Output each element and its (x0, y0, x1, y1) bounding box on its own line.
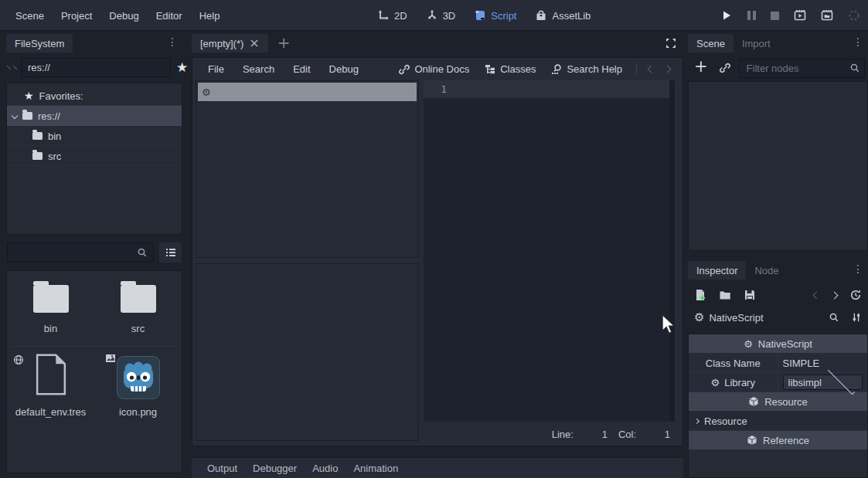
class-name-value[interactable]: SIMPLE (778, 354, 868, 372)
tab-scene-label: Scene (696, 38, 725, 49)
tab-node[interactable]: Node (746, 261, 787, 280)
tab-debugger[interactable]: Debugger (245, 463, 305, 474)
file-item-default-env-label: default_env.tres (14, 405, 88, 420)
filter-nodes-input[interactable] (739, 59, 865, 78)
play-scene-button[interactable] (794, 9, 806, 22)
workspace-assetlib[interactable]: AssetLib (535, 9, 591, 22)
resource-expand-row[interactable]: Resource (689, 412, 867, 431)
online-docs-label: Online Docs (414, 63, 469, 75)
resource-file-icon (35, 353, 67, 396)
filesystem-menu-icon[interactable]: ⋮ (167, 36, 178, 47)
icon-png-thumbnail (117, 356, 160, 399)
search-help-label: Search Help (567, 63, 622, 75)
file-list-view-toggle[interactable] (159, 242, 182, 263)
search-properties-icon[interactable] (829, 312, 839, 323)
file-item-src[interactable]: src (94, 279, 182, 337)
play-custom-scene-button[interactable] (821, 9, 833, 22)
workspace-2d-label: 2D (394, 10, 407, 22)
fullscreen-icon[interactable] (665, 37, 677, 49)
library-dropdown-value: libsimple. (788, 377, 822, 388)
property-tools-icon[interactable] (851, 312, 862, 323)
workspace-2d[interactable]: 2D (377, 9, 407, 22)
menu-project[interactable]: Project (53, 10, 100, 22)
file-search-input[interactable] (7, 242, 154, 263)
pause-button[interactable] (747, 11, 756, 20)
folder-icon (32, 132, 43, 140)
tab-output[interactable]: Output (199, 463, 245, 474)
save-resource-button[interactable] (744, 289, 756, 301)
tab-scene[interactable]: Scene (688, 34, 734, 53)
search-help-button[interactable]: Search Help (546, 63, 626, 76)
inspector-back-icon[interactable] (813, 291, 821, 299)
tab-node-label: Node (754, 265, 778, 276)
script-menu-file[interactable]: File (200, 63, 232, 75)
code-status-bar: Line: 1 Col: 1 (424, 422, 679, 447)
menu-help[interactable]: Help (191, 10, 229, 22)
folder-icon (22, 112, 32, 120)
scene-menu-icon[interactable]: ⋮ (853, 36, 863, 47)
script-menu-edit[interactable]: Edit (285, 63, 318, 75)
inspector-forward-icon[interactable] (831, 291, 839, 299)
menu-scene[interactable]: Scene (7, 10, 53, 22)
file-item-default-env[interactable]: default_env.tres (7, 353, 94, 420)
inspector-menu-icon[interactable]: ⋮ (853, 263, 863, 274)
classes-button[interactable]: Classes (480, 63, 540, 76)
script-tab-empty[interactable]: [empty](*) × (192, 34, 268, 53)
tab-filesystem[interactable]: FileSystem (6, 34, 73, 53)
history-back-icon[interactable] (7, 65, 12, 69)
tree-item-res[interactable]: res:// (7, 106, 182, 126)
tab-import[interactable]: Import (734, 34, 779, 53)
tab-filesystem-label: FileSystem (15, 38, 64, 49)
path-input[interactable] (21, 58, 171, 77)
file-item-bin[interactable]: bin (7, 279, 94, 337)
mouse-cursor (661, 314, 676, 335)
online-docs-button[interactable]: Online Docs (394, 63, 473, 76)
menu-debug[interactable]: Debug (100, 10, 147, 22)
tab-animation[interactable]: Animation (345, 463, 406, 474)
load-resource-button[interactable] (719, 289, 731, 301)
category-reference[interactable]: Reference (689, 431, 867, 449)
favorites-label: Favorites: (39, 90, 83, 102)
play-button[interactable] (720, 9, 733, 22)
tree-item-src[interactable]: src (7, 146, 182, 166)
tree-item-bin[interactable]: bin (7, 126, 182, 146)
workspace-3d[interactable]: 3D (426, 9, 456, 22)
category-resource[interactable]: Resource (689, 392, 867, 411)
script-menu-search[interactable]: Search (235, 63, 282, 75)
tab-audio[interactable]: Audio (305, 463, 345, 474)
close-tab-icon[interactable]: × (249, 37, 259, 49)
list-view-icon (165, 246, 177, 259)
workspace-assetlib-label: AssetLib (552, 10, 591, 22)
script-list-item[interactable]: ⚙ (198, 83, 417, 101)
file-item-icon-png[interactable]: icon.png (94, 353, 182, 420)
search-icon (849, 63, 860, 73)
expand-arrow-icon (694, 418, 700, 423)
file-item-icon-png-label: icon.png (101, 405, 175, 420)
script-back-icon[interactable] (648, 66, 655, 73)
script-menu-bar: File Search Edit Debug Online Docs Class… (192, 58, 682, 80)
collapse-arrow-icon[interactable] (12, 112, 18, 118)
history-forward-icon[interactable] (13, 65, 18, 69)
favorite-star-icon[interactable]: ★ (176, 61, 188, 74)
update-spinner-icon (848, 9, 860, 22)
new-tab-icon[interactable]: + (277, 35, 291, 50)
tree-item-favorites[interactable]: ★ Favorites: (7, 86, 182, 106)
menu-editor[interactable]: Editor (148, 10, 191, 22)
add-node-button[interactable]: + (691, 59, 711, 75)
stop-button[interactable] (771, 12, 779, 20)
script-menu-debug[interactable]: Debug (322, 63, 366, 75)
new-resource-button[interactable] (694, 289, 706, 301)
code-area[interactable]: 1 (424, 80, 675, 422)
instance-scene-icon[interactable] (719, 62, 731, 74)
code-scrollbar[interactable] (669, 80, 675, 422)
workspace-switcher: 2D 3D Script AssetLib (377, 0, 591, 31)
script-forward-icon[interactable] (664, 66, 672, 73)
scene-tree-panel[interactable] (688, 81, 868, 251)
category-nativescript[interactable]: ⚙ NativeScript (689, 334, 867, 353)
workspace-script[interactable]: Script (474, 9, 516, 22)
history-icon[interactable] (849, 289, 862, 301)
image-badge-icon (105, 353, 116, 364)
library-dropdown[interactable]: libsimple. (783, 375, 863, 390)
tab-inspector[interactable]: Inspector (688, 261, 746, 280)
category-resource-label: Resource (764, 396, 808, 408)
